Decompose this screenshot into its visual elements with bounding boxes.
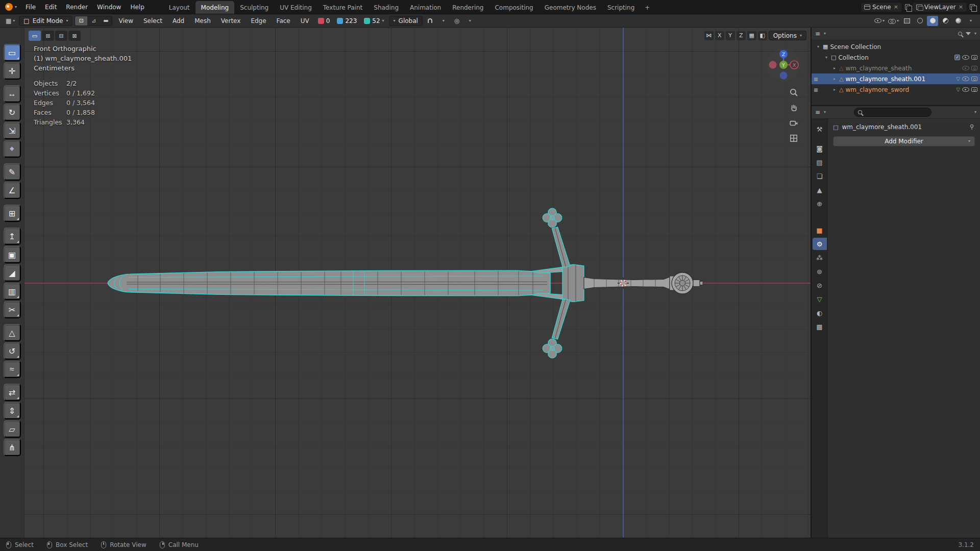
outliner-row-sheath[interactable]: ▸ △ wm_claymore_sheath [812,63,980,73]
workspace-tab-layout[interactable]: Layout [163,1,195,14]
tab-scene[interactable]: ▲ [813,184,827,196]
tool-measure[interactable]: ∠ [4,182,21,199]
tool-spin[interactable]: ↺ [4,342,21,360]
visibility-dropdown[interactable]: ▾ [873,16,886,26]
tool-smooth[interactable]: ≈ [4,361,21,378]
disclosure-icon[interactable]: ▸ [832,87,837,92]
disclosure-icon[interactable]: ▾ [816,44,821,49]
tool-add-cube[interactable]: ⊞ [4,205,21,222]
tool-rotate[interactable]: ↻ [4,104,21,121]
app-menu-button[interactable]: ▾ [0,0,21,14]
workspace-tab-geometry-nodes[interactable]: Geometry Nodes [539,1,602,14]
claymore-model[interactable] [108,208,703,358]
camera-visibility-icon[interactable] [971,66,977,70]
workspace-tab-sculpting[interactable]: Sculpting [234,1,274,14]
add-workspace-button[interactable]: + [640,1,654,14]
unlink-scene-icon[interactable]: × [893,4,899,10]
tool-shrink-fatten[interactable]: ⇕ [4,402,21,419]
disclosure-icon[interactable]: ▾ [824,55,829,60]
snap-settings-dropdown[interactable]: ▾ [438,16,449,26]
tool-extrude-region[interactable]: ↥ [4,228,21,245]
overlays-dropdown[interactable]: ▾ [887,16,900,26]
tool-select-box[interactable]: ▭ [4,44,21,61]
tab-object[interactable]: ■ [813,224,827,236]
mirror-y-toggle[interactable]: Y [726,31,735,40]
menu-add[interactable]: Add [168,17,188,24]
select-mode-extend[interactable]: ⊞ [42,31,54,41]
shading-wireframe[interactable] [914,16,925,26]
camera-view-icon[interactable] [789,118,798,128]
workspace-tab-texture-paint[interactable]: Texture Paint [317,1,368,14]
tool-cursor[interactable]: ✛ [4,62,21,80]
camera-visibility-icon[interactable] [971,77,977,81]
editor-type-selector[interactable]: ▦ ▾ [4,18,17,24]
menu-view[interactable]: View [114,17,137,24]
collection-checkbox[interactable]: ✓ [954,55,960,60]
workspace-tab-modeling[interactable]: Modeling [195,1,235,14]
viewlayer-selector[interactable]: ViewLayer × [913,2,967,12]
camera-visibility-icon[interactable] [971,55,977,60]
shading-dropdown[interactable]: ▾ [965,16,976,26]
outliner-row-sheath-001[interactable]: ▦ ▸ △ wm_claymore_sheath.001 ▽ [812,73,980,84]
workspace-tab-rendering[interactable]: Rendering [447,1,489,14]
menu-select[interactable]: Select [139,17,166,24]
menu-edit[interactable]: Edit [40,0,61,14]
xray-toggle[interactable] [901,16,913,26]
tab-view-layer[interactable]: ❏ [813,170,827,182]
workspace-tab-compositing[interactable]: Compositing [489,1,538,14]
transform-orientation-dropdown[interactable]: ▾ Global [389,16,423,26]
eye-closed-icon[interactable] [962,66,969,70]
tab-modifiers[interactable]: ⚙ [813,238,827,250]
tab-material[interactable]: ◐ [813,307,827,319]
tool-knife[interactable]: ✂ [4,301,21,318]
new-scene-icon[interactable] [905,4,910,10]
tool-annotate[interactable]: ✎ [4,163,21,181]
properties-search[interactable] [854,108,932,117]
counter-red[interactable]: 0 [315,16,333,26]
camera-visibility-icon[interactable] [971,87,977,92]
eye-icon[interactable] [962,55,969,60]
mirror-x-toggle[interactable]: X [715,31,724,40]
tool-scale[interactable]: ⇲ [4,122,21,139]
filter-icon[interactable] [966,32,971,35]
menu-file[interactable]: File [21,0,40,14]
workspace-tab-scripting[interactable]: Scripting [602,1,640,14]
chevron-down-icon[interactable]: ▾ [824,32,826,36]
tab-particles[interactable]: ⁂ [813,252,827,264]
menu-help[interactable]: Help [126,0,149,14]
tool-edge-slide[interactable]: ⇄ [4,384,21,401]
tool-rip-region[interactable]: ⋔ [4,439,21,456]
axis-negx-ball[interactable] [769,61,777,69]
tool-move[interactable]: ↔ [4,85,21,103]
chevron-down-icon[interactable]: ▾ [974,110,976,114]
select-mode-intersect[interactable]: ⊠ [68,31,81,41]
tool-options-dropdown[interactable]: Options ▾ [769,31,806,40]
outliner-row-sword[interactable]: ▦ ▸ △ wm_claymore_sword ▽ [812,84,980,95]
workspace-tab-animation[interactable]: Animation [404,1,447,14]
mirror-z-toggle[interactable]: Z [737,31,746,40]
eye-icon[interactable] [962,77,969,81]
shading-rendered[interactable] [952,16,964,26]
mirror-toggle[interactable]: ⋈ [704,31,714,40]
mode-dropdown[interactable]: □ Edit Mode ▾ [19,16,72,26]
new-viewlayer-icon[interactable] [970,4,975,10]
snap-toggle[interactable] [425,16,436,26]
tab-texture[interactable]: ▩ [813,320,827,333]
ortho-grid-icon[interactable] [789,134,798,143]
tool-inset-faces[interactable]: ▣ [4,246,21,263]
zoom-icon[interactable] [789,88,798,97]
remove-viewlayer-icon[interactable]: × [958,4,964,10]
add-modifier-button[interactable]: Add Modifier ▾ [833,136,975,146]
chevron-down-icon[interactable]: ▾ [824,110,826,114]
search-icon[interactable] [958,32,962,36]
counter-teal[interactable]: 52 ▾ [361,16,386,26]
counter-blue[interactable]: 223 [334,16,359,26]
workspace-tab-shading[interactable]: Shading [368,1,404,14]
3d-viewport[interactable]: ▭ ✛ ↔ ↻ ⇲ ⌖ ✎ ∠ ⊞ ↥ ▣ ◢ ▥ ✂ △ ↺ [0,28,811,538]
select-mode-set[interactable]: ▭ [29,31,41,41]
menu-edge[interactable]: Edge [247,17,270,24]
tab-tool[interactable]: ⚒ [813,123,827,135]
outliner-row-collection[interactable]: ▾ □ Collection ✓ [812,52,980,63]
menu-render[interactable]: Render [61,0,92,14]
pan-hand-icon[interactable] [789,103,798,112]
